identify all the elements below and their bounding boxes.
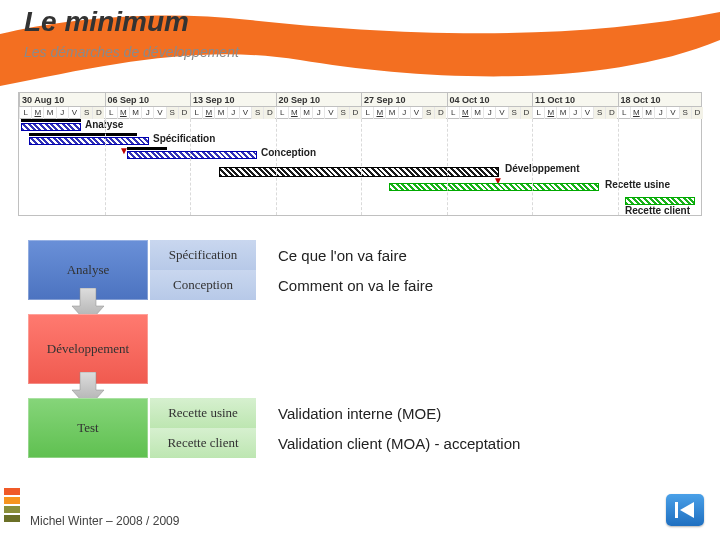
gantt-day-cell: M <box>117 107 129 119</box>
gantt-week-header: 18 Oct 10 <box>618 93 704 107</box>
gantt-day-cell: M <box>373 107 385 119</box>
gantt-days-row: LMMJVSDLMMJVSDLMMJVSDLMMJVSDLMMJVSDLMMJV… <box>19 107 701 119</box>
gantt-gridline <box>276 119 277 215</box>
desc-recette-usine: Validation interne (MOE) <box>256 398 692 428</box>
gantt-day-cell: M <box>385 107 397 119</box>
gantt-day-cell: J <box>654 107 666 119</box>
gantt-bar-analyse <box>21 123 81 131</box>
gantt-day-cell: D <box>520 107 532 119</box>
block-recette-client: Recette client <box>148 428 256 458</box>
gantt-bar-specification <box>29 137 149 145</box>
gantt-day-cell: L <box>190 107 202 119</box>
gantt-day-cell: J <box>398 107 410 119</box>
gantt-day-cell: M <box>202 107 214 119</box>
block-conception: Conception <box>148 270 256 300</box>
gantt-day-cell: D <box>178 107 190 119</box>
page-title: Le minimum <box>24 6 189 38</box>
gantt-week-header: 27 Sep 10 <box>361 93 447 107</box>
gantt-day-cell: L <box>361 107 373 119</box>
gantt-day-cell: V <box>153 107 165 119</box>
gantt-day-cell: D <box>434 107 446 119</box>
gantt-day-cell: M <box>129 107 141 119</box>
gantt-day-cell: M <box>214 107 226 119</box>
gantt-day-cell: S <box>251 107 263 119</box>
gantt-chart: 30 Aug 1006 Sep 1013 Sep 1020 Sep 1027 S… <box>18 92 702 216</box>
gantt-bar-conception <box>127 151 257 159</box>
gantt-label-specification: Spécification <box>153 133 215 144</box>
gantt-day-cell: L <box>105 107 117 119</box>
phase-grid: Analyse Spécification Ce que l'on va fai… <box>28 240 692 458</box>
gantt-body: Analyse Spécification ▼ Conception Dével… <box>19 119 701 215</box>
footer-bar <box>4 515 20 522</box>
gantt-day-cell: M <box>43 107 55 119</box>
desc-specification: Ce que l'on va faire <box>256 240 692 270</box>
gantt-day-cell: V <box>666 107 678 119</box>
gantt-day-cell: J <box>483 107 495 119</box>
gantt-label-conception: Conception <box>261 147 316 158</box>
gantt-day-cell: M <box>630 107 642 119</box>
gantt-gridline <box>447 119 448 215</box>
page-subtitle: Les démarches de développement <box>24 44 239 60</box>
gantt-day-cell: M <box>288 107 300 119</box>
block-developpement-label: Développement <box>47 341 129 357</box>
gantt-day-cell: S <box>166 107 178 119</box>
gantt-week-header: 30 Aug 10 <box>19 93 105 107</box>
gantt-day-cell: S <box>80 107 92 119</box>
gantt-week-header: 11 Oct 10 <box>532 93 618 107</box>
gantt-day-cell: V <box>495 107 507 119</box>
gantt-week-header: 13 Sep 10 <box>190 93 276 107</box>
block-recette-client-label: Recette client <box>167 435 238 451</box>
footer-color-bars <box>4 488 20 524</box>
gantt-bar-recette-client <box>625 197 695 205</box>
gantt-day-cell: S <box>422 107 434 119</box>
gantt-day-cell: D <box>349 107 361 119</box>
gantt-day-cell: V <box>581 107 593 119</box>
footer-bar <box>4 488 20 495</box>
gantt-day-cell: V <box>68 107 80 119</box>
skip-back-icon <box>674 501 696 519</box>
gantt-day-cell: S <box>508 107 520 119</box>
gantt-day-cell: M <box>31 107 43 119</box>
block-specification-label: Spécification <box>169 247 238 263</box>
gantt-week-header: 06 Sep 10 <box>105 93 191 107</box>
gantt-day-cell: D <box>92 107 104 119</box>
footer-author: Michel Winter – 2008 / 2009 <box>30 514 179 528</box>
first-slide-button[interactable] <box>666 494 704 526</box>
gantt-label-recette-usine: Recette usine <box>605 179 670 190</box>
gantt-day-cell: M <box>556 107 568 119</box>
gantt-day-cell: S <box>593 107 605 119</box>
gantt-gridline <box>105 119 106 215</box>
gantt-day-cell: J <box>56 107 68 119</box>
footer-bar <box>4 497 20 504</box>
gantt-week-header: 20 Sep 10 <box>276 93 362 107</box>
gantt-day-cell: J <box>569 107 581 119</box>
gantt-day-cell: M <box>642 107 654 119</box>
block-specification: Spécification <box>148 240 256 270</box>
gantt-day-cell: L <box>19 107 31 119</box>
gantt-day-cell: S <box>679 107 691 119</box>
gantt-day-cell: L <box>532 107 544 119</box>
gantt-day-cell: D <box>691 107 703 119</box>
gantt-gridline <box>190 119 191 215</box>
svg-rect-0 <box>675 502 678 518</box>
gantt-day-cell: J <box>227 107 239 119</box>
desc-conception: Comment on va le faire <box>256 270 692 300</box>
gantt-label-developpement: Développement <box>505 163 579 174</box>
gantt-gridline <box>361 119 362 215</box>
gantt-day-cell: L <box>276 107 288 119</box>
block-conception-label: Conception <box>173 277 233 293</box>
gantt-bar-developpement <box>219 167 499 177</box>
desc-recette-client: Validation client (MOA) - acceptation <box>256 428 692 458</box>
gantt-day-cell: D <box>263 107 275 119</box>
gantt-day-cell: J <box>141 107 153 119</box>
gantt-gridline <box>532 119 533 215</box>
gantt-week-header: 04 Oct 10 <box>447 93 533 107</box>
slide-header: Le minimum Les démarches de développemen… <box>0 0 720 90</box>
gantt-weeks-row: 30 Aug 1006 Sep 1013 Sep 1020 Sep 1027 S… <box>19 93 701 107</box>
footer-bar <box>4 506 20 513</box>
gantt-day-cell: M <box>459 107 471 119</box>
gantt-day-cell: J <box>312 107 324 119</box>
gantt-bar-recette-usine <box>389 183 599 191</box>
gantt-gridline <box>618 119 619 215</box>
gantt-day-cell: S <box>337 107 349 119</box>
